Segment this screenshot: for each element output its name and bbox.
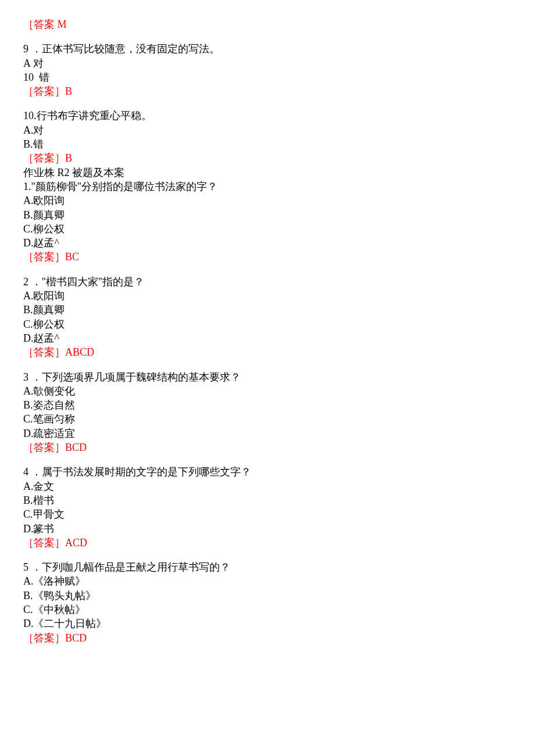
q5-opt-c: C.《中秋帖》 (23, 603, 512, 617)
spacer (23, 264, 512, 275)
q2-text: 2 ．"楷书四大家"指的是？ (23, 275, 512, 289)
q1-text: 1."颜筋柳骨"分别指的是哪位书法家的字？ (23, 180, 512, 194)
top-answer: ［答案 M (23, 17, 512, 31)
q1-opt-d: D.赵孟^ (23, 236, 512, 250)
q9-opt-a: A 对 (23, 56, 512, 70)
q5-answer: ［答案］BCD (23, 631, 512, 645)
q4-opt-a: A.金文 (23, 479, 512, 493)
q2-opt-d: D.赵孟^ (23, 331, 512, 345)
q1-opt-a: A.欧阳询 (23, 194, 512, 207)
q2-opt-b: B.颜真卿 (23, 303, 512, 317)
q4-text: 4 ．属于书法发展时期的文字的是下列哪些文字？ (23, 465, 512, 479)
q4-opt-c: C.甲骨文 (23, 507, 512, 521)
q1-opt-c: C.柳公权 (23, 222, 512, 236)
q10-answer: ［答案］B (23, 151, 512, 165)
q1-opt-b: B.颜真卿 (23, 208, 512, 222)
q3-opt-d: D.疏密适宜 (23, 427, 512, 440)
q10-opt-b: B.错 (23, 137, 512, 151)
spacer (23, 360, 512, 370)
q3-opt-c: C.笔画匀称 (23, 412, 512, 426)
q3-opt-a: A.欹侧变化 (23, 384, 512, 398)
q5-opt-b: B.《鸭头丸帖》 (23, 589, 512, 603)
q5-opt-d: D.《二十九日帖》 (23, 617, 512, 630)
q3-opt-b: B.姿态自然 (23, 398, 512, 412)
q3-answer: ［答案］BCD (23, 440, 512, 454)
spacer (23, 31, 512, 42)
q2-opt-a: A.欧阳询 (23, 289, 512, 303)
q2-opt-c: C.柳公权 (23, 317, 512, 331)
q9-text: 9 ．正体书写比较随意，没有固定的写法。 (23, 42, 512, 56)
q3-text: 3 ．下列选项界几项属于魏碑结构的基本要求？ (23, 370, 512, 384)
section-title: 作业株 R2 被题及本案 (23, 167, 124, 178)
q4-answer: ［答案］ACD (23, 536, 512, 550)
q2-answer: ［答案］ABCD (23, 345, 512, 359)
spacer (23, 454, 512, 465)
spacer (23, 98, 512, 109)
q4-opt-d: D.篆书 (23, 522, 512, 536)
q1-answer: ［答案］BC (23, 250, 512, 264)
q5-opt-a: A.《洛神赋》 (23, 574, 512, 588)
q9-opt-b: 10 错 (23, 70, 512, 84)
q9-answer: ［答案］B (23, 84, 512, 98)
q10-text: 10.行书布字讲究重心平稳。 (23, 109, 512, 123)
q10-opt-a: A.对 (23, 123, 512, 137)
q4-opt-b: B.楷书 (23, 493, 512, 507)
spacer (23, 550, 512, 560)
q5-text: 5 ．下列咖几幅作品是王献之用行草书写的？ (23, 560, 512, 574)
